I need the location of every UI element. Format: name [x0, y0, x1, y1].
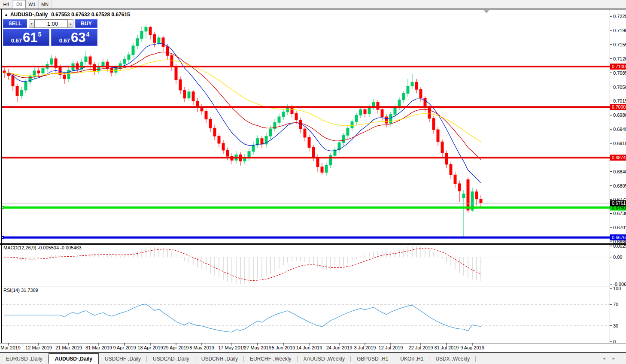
price-axis-tick: 0.69800 — [613, 112, 626, 118]
chart-window: 0.722500.719000.715500.712000.708500.705… — [0, 9, 626, 353]
price-axis-tick: 0.70500 — [613, 85, 626, 90]
date-axis-label: 12 Mar 2019 — [25, 345, 52, 350]
svg-text:70: 70 — [613, 302, 618, 307]
svg-text:0.67615: 0.67615 — [612, 200, 626, 206]
sell-price-big: 61 — [23, 32, 37, 44]
tab-scroll-right-icon[interactable]: ► — [612, 356, 622, 361]
date-axis-label: 27 May 2019 — [244, 345, 271, 350]
tab-eurusd-daily[interactable]: EURUSD-,Daily — [0, 354, 49, 364]
timeframe-h4-button[interactable]: H4 — [0, 0, 13, 9]
buy-price-big: 63 — [71, 32, 85, 44]
svg-text:0: 0 — [613, 339, 616, 344]
tab-ukoil-h1[interactable]: UKOil-,H1 — [394, 354, 429, 364]
trading-terminal: H4 D1 W1 MN 0.722500.719000.715500.71200… — [0, 0, 626, 364]
price-axis-tick: 0.71900 — [613, 28, 626, 33]
one-click-trade-panel: SELL ▼ ▲ BUY 0.67 61 5 0.67 63 4 — [3, 19, 97, 46]
date-axis-label: 14 Jun 2019 — [296, 345, 322, 350]
timeframe-w1-button[interactable]: W1 — [26, 0, 39, 9]
svg-text:0.00: 0.00 — [613, 255, 622, 260]
date-axis-label: 12 Jul 2019 — [379, 345, 403, 350]
chart-title: ▲AUDUSD-,Daily0.67553 0.67632 0.67528 0.… — [4, 12, 130, 18]
buy-price-tile[interactable]: 0.67 63 4 — [51, 29, 97, 46]
date-axis-label: 31 Mar 2019 — [85, 345, 112, 350]
chart-tab-bar: EURUSD-,Daily AUDUSD-,Daily USDCHF-,Dail… — [0, 353, 626, 364]
rsi-line — [4, 304, 481, 332]
date-axis-label: 29 Apr 2019 — [163, 345, 188, 350]
price-axis-tick: 0.67010 — [613, 225, 626, 230]
price-axis-tick: 0.70850 — [613, 70, 626, 76]
svg-text:30: 30 — [613, 323, 618, 328]
sell-button[interactable]: SELL — [3, 19, 27, 28]
price-axis-tick: 0.71550 — [613, 42, 626, 47]
tab-xauusd-weekly[interactable]: XAUUSD-,Weekly — [298, 354, 351, 364]
price-axis-tick: 0.71200 — [613, 56, 626, 61]
price-axis-tick: 0.69100 — [613, 141, 626, 146]
price-axis-tick: 0.70150 — [613, 98, 626, 103]
svg-text:0.71005: 0.71005 — [612, 64, 626, 69]
price-axis-tick: 0.68400 — [613, 169, 626, 174]
chart-ohlc-values: 0.67553 0.67632 0.67528 0.67615 — [51, 12, 130, 18]
macd-signal-line — [4, 248, 481, 280]
date-axis-label: 8 May 2019 — [189, 345, 214, 350]
sell-price-tile[interactable]: 0.67 61 5 — [3, 29, 49, 46]
tab-scroll-arrows[interactable]: ◄► — [602, 356, 622, 361]
buy-price-pipette: 4 — [86, 31, 90, 38]
sell-price-prefix: 0.67 — [11, 37, 22, 44]
tab-audusd-daily[interactable]: AUDUSD-,Daily — [49, 353, 99, 364]
date-axis-label: 22 Jul 2019 — [409, 345, 433, 350]
buy-price-prefix: 0.67 — [59, 37, 70, 44]
symbol-marker-icon: ▲ — [4, 12, 8, 17]
timeframe-mn-button[interactable]: MN — [39, 0, 52, 9]
date-axis-label: 5 Jun 2019 — [272, 345, 295, 350]
tab-usdcnh-daily[interactable]: USDCNH-,Daily — [195, 354, 244, 364]
svg-text:0.70002: 0.70002 — [612, 104, 626, 109]
chart-symbol-label: AUDUSD-,Daily — [10, 12, 48, 18]
svg-text:0.68746: 0.68746 — [612, 155, 626, 160]
price-axis-tick: 0.72250 — [613, 14, 626, 19]
tab-usdcad-daily[interactable]: USDCAD-,Daily — [147, 354, 195, 364]
chart-shift-icon[interactable] — [484, 10, 489, 13]
date-axis-label: 31 Jul 2019 — [435, 345, 459, 350]
date-axis-label: 3 Jul 2019 — [354, 345, 376, 350]
buy-button[interactable]: BUY — [75, 19, 97, 28]
date-axis-label: 21 Mar 2019 — [55, 345, 82, 350]
sell-price-pipette: 5 — [38, 31, 42, 38]
volume-input[interactable] — [34, 19, 68, 28]
volume-increase-button[interactable]: ▲ — [68, 19, 73, 28]
price-chart[interactable]: 0.722500.719000.715500.712000.708500.705… — [0, 9, 626, 353]
date-axis-label: 18 Apr 2019 — [137, 345, 163, 350]
date-axis-label: 24 Jun 2019 — [326, 345, 353, 350]
tab-gbpusd-h1[interactable]: GBPUSD-,H1 — [351, 354, 394, 364]
macd-label: MACD(12,26,9) -0.005504 -0.005463 — [3, 245, 82, 250]
price-axis-tick: 0.68050 — [613, 183, 626, 188]
price-axis-tick: 0.67360 — [613, 211, 626, 216]
date-axis-label: 9 Apr 2019 — [113, 345, 136, 350]
volume-decrease-button[interactable]: ▼ — [29, 19, 34, 28]
date-axis-label: 3 Mar 2019 — [0, 345, 21, 350]
date-axis-label: 9 Aug 2019 — [460, 345, 484, 350]
svg-text:0.66767: 0.66767 — [612, 235, 626, 240]
tab-usdx-weekly[interactable]: USDX-,Weekly — [429, 354, 476, 364]
tab-scroll-left-icon[interactable]: ◄ — [602, 356, 612, 361]
date-axis-label: 17 May 2019 — [218, 345, 246, 350]
rsi-label: RSI(14) 31.7309 — [3, 288, 38, 293]
svg-text:100: 100 — [613, 286, 621, 291]
timeframe-d1-button[interactable]: D1 — [13, 0, 26, 9]
tab-usdchf-daily[interactable]: USDCHF-,Daily — [99, 354, 147, 364]
svg-text:0.002574: 0.002574 — [613, 243, 626, 249]
price-axis-tick: 0.69450 — [613, 127, 626, 132]
tab-eurchf-weekly[interactable]: EURCHF-,Weekly — [244, 354, 297, 364]
timeframe-toolbar: H4 D1 W1 MN — [0, 0, 626, 9]
